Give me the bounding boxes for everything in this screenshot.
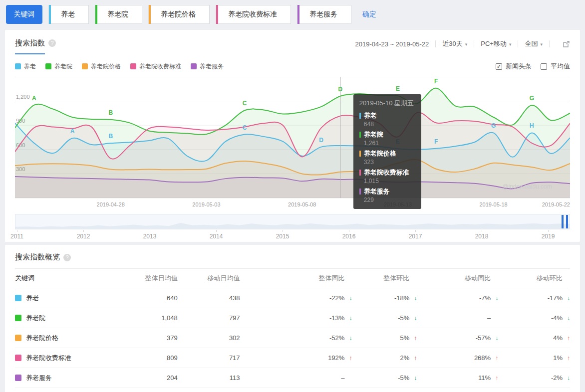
chevron-down-icon — [540, 42, 543, 47]
keyword-chip-3[interactable]: 养老院价格 — [148, 5, 210, 24]
checkbox-checked-icon[interactable]: ✓ — [496, 63, 502, 70]
filter-group: 近30天PC+移动全国 — [429, 39, 543, 48]
tooltip-name-text: 养老院价格 — [364, 149, 396, 158]
event-marker-A: A — [32, 95, 36, 102]
checkbox-2[interactable]: 平均值 — [541, 62, 570, 71]
keyword-swatch — [15, 355, 21, 361]
slider-handle-right[interactable] — [566, 215, 568, 228]
checkbox-label: 新闻头条 — [506, 62, 532, 71]
tooltip-name-text: 养老院 — [364, 130, 383, 139]
up-arrow-icon: ↑ — [344, 355, 352, 362]
filter-dropdown-1[interactable]: 近30天 — [442, 39, 467, 48]
percent-cell: -5%↓ — [352, 314, 417, 322]
percent-value: 5% — [400, 334, 409, 342]
slider-handle-left[interactable] — [562, 215, 564, 228]
keyword-name: 养老服务 — [26, 374, 52, 383]
tooltip-color-bar — [359, 132, 361, 138]
tooltip-series-name: 养老院价格 — [359, 149, 415, 158]
legend-item-1[interactable]: 养老 — [15, 62, 36, 71]
legend-item-3[interactable]: 养老院价格 — [82, 62, 121, 71]
legend-label: 养老服务 — [200, 62, 224, 71]
overall-avg-cell: 640 — [128, 294, 178, 302]
overview-title: 搜索指数概览 — [15, 252, 60, 262]
checkbox-unchecked-icon[interactable] — [541, 63, 547, 70]
percent-cell: -52%↓ — [240, 334, 352, 342]
tooltip-item: 养老服务229 — [359, 187, 415, 203]
percent-cell: – — [417, 314, 498, 322]
checkbox-checked-1[interactable]: ✓新闻头条 — [496, 62, 532, 71]
column-header-label: 整体同比 — [318, 274, 344, 283]
filter-dropdown-3[interactable]: 全国 — [525, 39, 543, 48]
legend-item-5[interactable]: 养老服务 — [191, 62, 224, 71]
column-header-5: 整体环比 — [352, 274, 417, 283]
mobile-avg-cell: 302 — [178, 334, 240, 342]
column-header-2: 整体日均值 — [128, 274, 178, 283]
keyword-color-bar — [297, 5, 299, 24]
year-tick — [216, 230, 217, 232]
help-icon[interactable] — [48, 39, 56, 47]
year-label-2018: 2018 — [475, 233, 489, 240]
percent-cell: 1%↑ — [498, 354, 570, 362]
tooltip-name-text: 养老服务 — [364, 187, 390, 196]
column-header-4: 整体同比 — [240, 274, 352, 283]
down-arrow-icon: ↓ — [344, 295, 352, 302]
legend-item-4[interactable]: 养老院收费标准 — [130, 62, 181, 71]
keyword-chip-1[interactable]: 养老 — [48, 5, 89, 24]
divider — [518, 40, 518, 47]
keyword-chip-4[interactable]: 养老院收费标准 — [216, 5, 291, 24]
tooltip-date: 2019-05-10 星期五 — [359, 99, 415, 108]
year-tick — [482, 230, 482, 232]
tooltip-series-name: 养老院收费标准 — [359, 168, 415, 177]
svg-text:2019-05-18: 2019-05-18 — [479, 201, 507, 207]
percent-value: – — [341, 374, 344, 382]
percent-value: 4% — [553, 334, 563, 342]
keyword-chip-5[interactable]: 养老服务 — [297, 5, 351, 24]
down-arrow-icon: ↓ — [409, 375, 417, 382]
year-tick — [283, 230, 283, 232]
divider — [474, 40, 474, 47]
chart-canvas[interactable]: 3006009001,2001,500ABCDEFGABCDEFGH2019-0… — [15, 77, 570, 209]
down-arrow-icon: ↓ — [409, 315, 417, 322]
time-range-slider[interactable] — [15, 214, 570, 229]
tooltip-series-name: 养老院 — [359, 130, 415, 139]
date-range[interactable]: 2019-04-23 ~ 2019-05-22 — [355, 40, 429, 48]
legend-label: 养老 — [24, 62, 36, 71]
percent-value: -7% — [479, 294, 491, 302]
open-in-new-icon[interactable] — [563, 40, 570, 48]
column-header-label: 移动同比 — [465, 274, 491, 283]
down-arrow-icon: ↓ — [409, 295, 417, 302]
keyword-button[interactable]: 关键词 — [6, 5, 42, 24]
checkbox-label: 平均值 — [551, 62, 570, 71]
down-arrow-icon: ↓ — [344, 315, 352, 322]
keyword-name: 养老院价格 — [26, 334, 58, 343]
keyword-chips: 养老养老院养老院价格养老院收费标准养老服务 — [48, 5, 351, 24]
tooltip-color-bar — [359, 170, 361, 176]
confirm-link[interactable]: 确定 — [362, 10, 376, 19]
divider — [549, 40, 550, 47]
filter-dropdown-2[interactable]: PC+移动 — [481, 39, 511, 48]
keyword-chip-label: 养老 — [61, 10, 75, 19]
mobile-avg-cell: 797 — [178, 314, 240, 322]
legend-swatch — [82, 63, 88, 69]
percent-value: -2% — [551, 374, 563, 382]
trend-chart[interactable]: 3006009001,2001,500ABCDEFGABCDEFGH2019-0… — [15, 77, 570, 209]
column-header-7: 移动环比 — [498, 274, 570, 283]
year-tick — [150, 230, 150, 232]
legend-item-2[interactable]: 养老院 — [45, 62, 72, 71]
percent-cell: 11%↑ — [417, 374, 498, 382]
overview-panel: 搜索指数概览 关键词整体日均值移动日均值整体同比整体环比移动同比移动环比 养老6… — [5, 245, 580, 392]
tooltip-name-text: 养老 — [364, 111, 377, 120]
column-header-6: 移动同比 — [417, 274, 498, 283]
event-marker-D: D — [319, 137, 323, 144]
timeline-year-axis: 201120122013201420152016201720182019 — [15, 230, 570, 242]
event-marker-A: A — [70, 128, 75, 135]
svg-text:2019-05-08: 2019-05-08 — [288, 201, 316, 207]
percent-cell: – — [240, 374, 352, 382]
percent-cell: -7%↓ — [417, 294, 498, 302]
overview-help-icon[interactable] — [63, 254, 71, 261]
event-marker-C: C — [243, 100, 247, 107]
keyword-chip-2[interactable]: 养老院 — [95, 5, 142, 24]
percent-value: -18% — [394, 294, 409, 302]
tab-search-index[interactable]: 搜索指数 — [15, 38, 45, 54]
tooltip-value: 1,261 — [364, 140, 415, 147]
